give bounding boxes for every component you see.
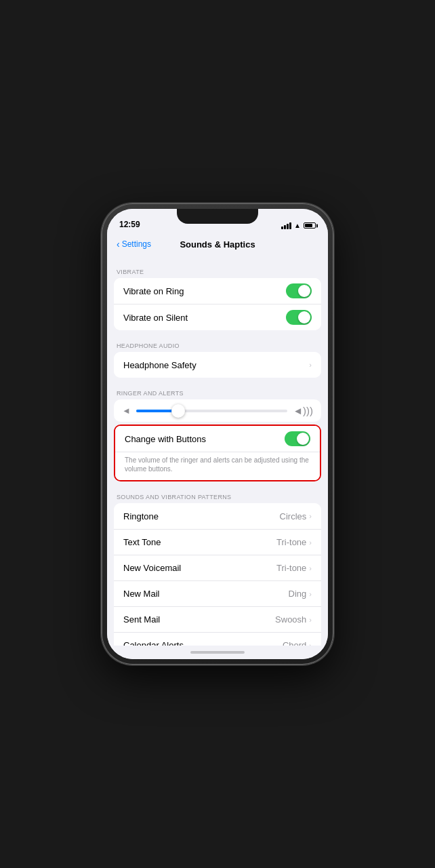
sent-mail-label: Sent Mail — [123, 614, 160, 625]
back-label: Settings — [122, 239, 151, 249]
ringtone-label: Ringtone — [123, 511, 159, 521]
sounds-patterns-card: Ringtone Circles › Text Tone Tri-tone › … — [114, 503, 321, 646]
vibrate-ring-label: Vibrate on Ring — [123, 286, 184, 296]
volume-high-icon: ◄))) — [293, 405, 313, 416]
vibrate-silent-toggle[interactable] — [286, 310, 312, 325]
new-voicemail-chevron-icon: › — [309, 564, 312, 572]
sent-mail-value: Swoosh — [275, 614, 306, 625]
new-mail-right: Ding › — [289, 589, 312, 599]
battery-icon — [304, 222, 316, 229]
screen: 12:59 ▲ ‹ Settings Sounds & Haptics — [107, 209, 328, 659]
headphone-safety-right: › — [309, 361, 312, 369]
ringer-alerts-section-label: RINGER AND ALERTS — [107, 383, 328, 399]
ringtone-right: Circles › — [280, 511, 312, 521]
headphone-safety-chevron-icon: › — [309, 361, 312, 369]
volume-slider-row[interactable]: ◄ ◄))) — [114, 399, 321, 422]
change-with-buttons-note: The volume of the ringer and alerts can … — [115, 452, 320, 480]
sent-mail-right: Swoosh › — [275, 614, 312, 625]
sounds-patterns-section-label: SOUNDS AND VIBRATION PATTERNS — [107, 487, 328, 503]
status-icons: ▲ — [281, 222, 316, 229]
back-chevron-icon: ‹ — [117, 239, 120, 249]
vibrate-silent-label: Vibrate on Silent — [123, 313, 188, 323]
volume-slider-thumb[interactable] — [171, 404, 185, 418]
text-tone-label: Text Tone — [123, 537, 161, 547]
text-tone-row[interactable]: Text Tone Tri-tone › — [114, 529, 321, 555]
ringtone-value: Circles — [280, 511, 307, 521]
calendar-alerts-label: Calendar Alerts — [123, 640, 184, 646]
new-mail-value: Ding — [289, 589, 307, 599]
signal-icon — [281, 222, 291, 229]
new-mail-row[interactable]: New Mail Ding › — [114, 580, 321, 606]
notch — [177, 209, 258, 224]
new-voicemail-label: New Voicemail — [123, 563, 181, 573]
home-bar — [190, 651, 245, 654]
new-voicemail-row[interactable]: New Voicemail Tri-tone › — [114, 555, 321, 580]
vibrate-silent-row[interactable]: Vibrate on Silent — [114, 304, 321, 330]
vibrate-section-label: VIBRATE — [107, 262, 328, 278]
nav-bar: ‹ Settings Sounds & Haptics — [107, 232, 328, 256]
change-with-buttons-row[interactable]: Change with Buttons — [115, 426, 320, 452]
text-tone-right: Tri-tone › — [276, 537, 312, 547]
home-indicator — [107, 646, 328, 659]
page-title: Sounds & Haptics — [180, 239, 255, 250]
change-with-buttons-card: Change with Buttons The volume of the ri… — [114, 425, 321, 481]
vibrate-card: Vibrate on Ring Vibrate on Silent — [114, 278, 321, 330]
calendar-alerts-right: Chord › — [283, 640, 312, 646]
sent-mail-row[interactable]: Sent Mail Swoosh › — [114, 606, 321, 632]
vibrate-ring-toggle[interactable] — [286, 283, 312, 298]
volume-slider-track[interactable] — [136, 410, 287, 412]
headphone-section-label: HEADPHONE AUDIO — [107, 336, 328, 352]
settings-content[interactable]: VIBRATE Vibrate on Ring Vibrate on Silen… — [107, 256, 328, 646]
wifi-icon: ▲ — [294, 222, 301, 229]
headphone-safety-label: Headphone Safety — [123, 360, 196, 370]
calendar-alerts-value: Chord — [283, 640, 306, 646]
change-with-buttons-toggle[interactable] — [285, 431, 310, 446]
phone-shell: 12:59 ▲ ‹ Settings Sounds & Haptics — [102, 203, 333, 665]
headphone-safety-row[interactable]: Headphone Safety › — [114, 352, 321, 378]
text-tone-value: Tri-tone — [276, 537, 306, 547]
ringer-alerts-card: ◄ ◄))) — [114, 399, 321, 422]
volume-low-icon: ◄ — [122, 406, 131, 416]
new-mail-chevron-icon: › — [309, 590, 312, 598]
change-with-buttons-label: Change with Buttons — [125, 434, 206, 444]
sent-mail-chevron-icon: › — [309, 616, 312, 624]
headphone-card: Headphone Safety › — [114, 352, 321, 378]
new-voicemail-right: Tri-tone › — [276, 563, 312, 573]
new-mail-label: New Mail — [123, 589, 159, 599]
ringtone-chevron-icon: › — [309, 512, 312, 520]
vibrate-ring-row[interactable]: Vibrate on Ring — [114, 278, 321, 304]
new-voicemail-value: Tri-tone — [276, 563, 306, 573]
text-tone-chevron-icon: › — [309, 538, 312, 547]
calendar-alerts-chevron-icon: › — [309, 642, 312, 646]
calendar-alerts-row[interactable]: Calendar Alerts Chord › — [114, 632, 321, 646]
status-time: 12:59 — [119, 220, 140, 229]
back-button[interactable]: ‹ Settings — [117, 239, 151, 249]
ringtone-row[interactable]: Ringtone Circles › — [114, 503, 321, 529]
